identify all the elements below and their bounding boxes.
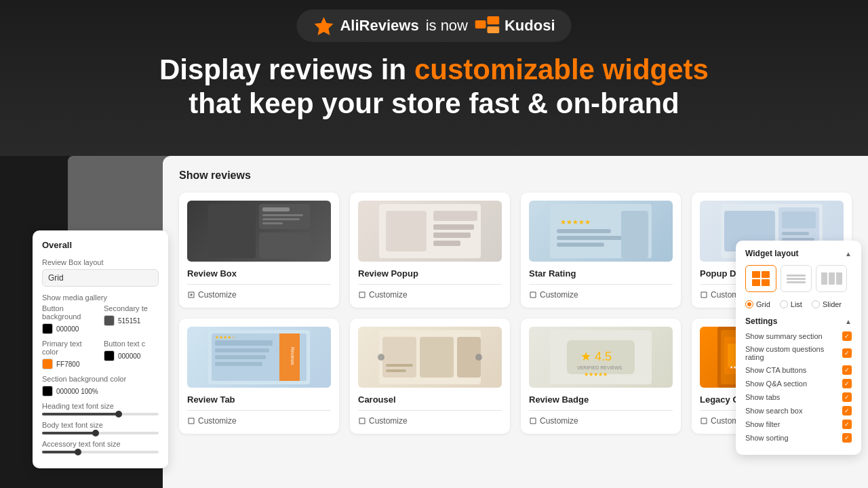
- customize-icon-8: [700, 417, 708, 425]
- button-bg-value: 000000: [56, 325, 79, 333]
- alireview-brand: AliReviews: [313, 15, 418, 37]
- secondary-text-label: Secondary te: [104, 304, 159, 312]
- layout-options: [745, 265, 852, 292]
- checkbox-tabs[interactable]: ✓: [842, 392, 852, 402]
- svg-rect-3: [487, 26, 499, 33]
- svg-rect-34: [215, 340, 273, 346]
- body-font-track: [42, 432, 159, 434]
- checkbox-sorting[interactable]: ✓: [842, 433, 852, 443]
- svg-text:VERIFIED REVIEWS: VERIFIED REVIEWS: [577, 365, 623, 370]
- svg-rect-35: [215, 348, 269, 352]
- right-panel-widget-layout: Widget layout ▲: [736, 241, 861, 455]
- card-title-carousel: Carousel: [358, 394, 502, 405]
- chevron-down-icon[interactable]: ▲: [845, 250, 852, 258]
- accessory-font-thumb[interactable]: [75, 449, 81, 455]
- body-font-label: Body text font size: [42, 421, 159, 429]
- settings-label-tabs: Show tabs: [745, 393, 780, 401]
- button-bg-swatch[interactable]: [42, 323, 53, 334]
- widget-card-review-tab: Reviews ★★★★☆ Review Tab Customize: [179, 319, 339, 434]
- heading-font-thumb[interactable]: [115, 411, 122, 418]
- button-text-swatch[interactable]: [104, 350, 115, 361]
- layout-radio-row: Grid List Slider: [745, 300, 852, 308]
- svg-text:★★★★★: ★★★★★: [560, 218, 591, 226]
- widget-card-star-rating: ★★★★★ Star Rating Customize: [521, 192, 681, 308]
- card-image-review-tab: Reviews ★★★★☆: [187, 327, 331, 388]
- settings-item-tabs: Show tabs ✓: [745, 392, 852, 402]
- list-line-1: [787, 274, 806, 277]
- customize-icon-5: [187, 417, 195, 425]
- checkbox-cta[interactable]: ✓: [842, 365, 852, 375]
- layout-option-list[interactable]: [781, 265, 812, 292]
- heading-font-track: [42, 413, 159, 415]
- card-image-review-box: [187, 201, 331, 262]
- list-line-2: [787, 278, 806, 280]
- grid-cell-2: [762, 271, 770, 278]
- radio-label-grid: Grid: [756, 300, 770, 308]
- left-sidebar-overall: Overall Review Box layout Grid Show medi…: [33, 230, 168, 468]
- checkbox-qa[interactable]: ✓: [842, 379, 852, 388]
- body-font-thumb[interactable]: [92, 430, 99, 436]
- kudosi-logo-icon: [475, 16, 499, 35]
- svg-text:★★★★★: ★★★★★: [584, 371, 608, 378]
- svg-rect-21: [557, 243, 604, 247]
- card-image-review-popup: [358, 201, 502, 262]
- settings-label-cta: Show CTA buttons: [745, 366, 806, 374]
- customize-btn-review-box[interactable]: Customize: [187, 290, 331, 300]
- customize-btn-review-popup[interactable]: Customize: [358, 290, 502, 300]
- accessory-font-label: Accessory text font size: [42, 440, 159, 448]
- customize-btn-star-rating[interactable]: Customize: [529, 290, 673, 300]
- widget-card-review-badge: ★ 4.5 VERIFIED REVIEWS ★★★★★ Review Badg…: [521, 319, 681, 434]
- svg-rect-41: [420, 337, 454, 378]
- customize-btn-carousel[interactable]: Customize: [358, 416, 502, 426]
- grid-cell-1: [752, 271, 760, 278]
- check-icon-summary: ✓: [844, 333, 850, 340]
- section-bg-swatch[interactable]: [42, 386, 53, 396]
- svg-rect-25: [782, 211, 816, 228]
- grid-preview: [752, 271, 770, 286]
- svg-text:★ 4.5: ★ 4.5: [580, 350, 612, 363]
- checkbox-search[interactable]: ✓: [842, 406, 852, 415]
- settings-chevron-icon[interactable]: ▲: [845, 318, 852, 325]
- checkbox-filter[interactable]: ✓: [842, 420, 852, 429]
- alireview-text: AliReviews: [340, 17, 418, 35]
- radio-dot-grid: [745, 300, 753, 308]
- card-divider-6: [358, 410, 502, 411]
- radio-grid[interactable]: Grid: [745, 300, 770, 308]
- section-bg-value: 000000 100%: [56, 388, 98, 395]
- heading-font-fill: [42, 413, 118, 415]
- settings-label-filter: Show filter: [745, 420, 780, 428]
- body-font-fill: [42, 432, 94, 434]
- background-decoration: [68, 156, 176, 237]
- svg-point-43: [378, 354, 384, 361]
- sidebar-overall-title: Overall: [42, 240, 159, 250]
- review-box-layout-dropdown[interactable]: Grid: [42, 269, 159, 287]
- checkbox-custom-questions[interactable]: ✓: [842, 348, 852, 358]
- svg-rect-22: [621, 211, 648, 258]
- right-panel-header: Widget layout ▲: [745, 249, 852, 258]
- accessory-font-fill: [42, 451, 77, 453]
- primary-text-swatch[interactable]: [42, 359, 53, 369]
- secondary-text-swatch[interactable]: [104, 315, 115, 326]
- card-title-review-box: Review Box: [187, 268, 331, 279]
- svg-rect-19: [557, 229, 611, 233]
- button-text-swatch-row: 000000: [104, 350, 159, 361]
- customize-btn-review-tab[interactable]: Customize: [187, 416, 331, 426]
- slider-cell-1: [821, 272, 827, 285]
- customize-btn-review-badge[interactable]: Customize: [529, 416, 673, 426]
- widget-card-review-popup: Review Popup Customize: [350, 192, 510, 308]
- layout-option-grid[interactable]: [745, 265, 776, 292]
- card-image-star-rating: ★★★★★: [529, 201, 673, 262]
- card-divider-1: [187, 284, 331, 285]
- svg-rect-16: [433, 241, 460, 246]
- svg-rect-9: [262, 218, 300, 220]
- settings-item-filter: Show filter ✓: [745, 420, 852, 429]
- checkbox-summary[interactable]: ✓: [842, 331, 852, 341]
- svg-rect-15: [433, 232, 471, 238]
- layout-option-slider[interactable]: [816, 265, 847, 292]
- radio-dot-list: [780, 300, 788, 308]
- primary-text-item: Primary text color FF7800: [42, 340, 97, 369]
- secondary-text-swatch-row: 515151: [104, 315, 159, 326]
- radio-slider[interactable]: Slider: [812, 300, 842, 308]
- svg-rect-10: [262, 222, 283, 224]
- radio-list[interactable]: List: [780, 300, 802, 308]
